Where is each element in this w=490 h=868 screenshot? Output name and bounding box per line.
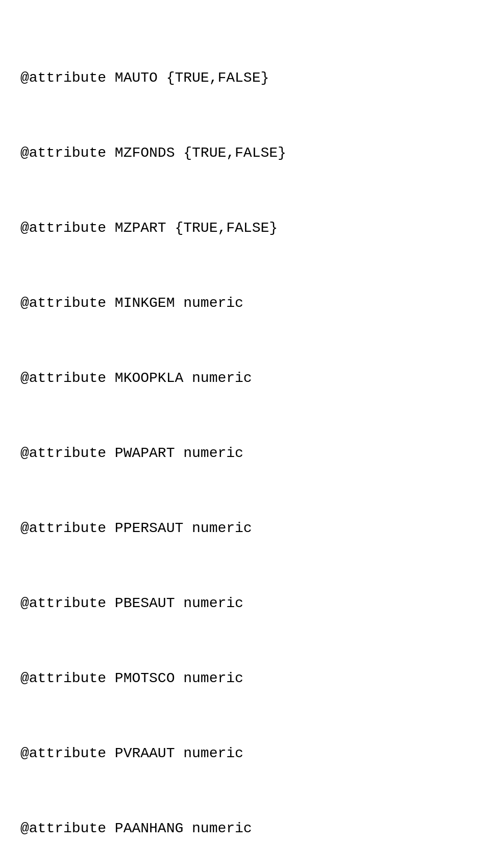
line-6: @attribute PWAPART numeric (20, 441, 470, 466)
line-10: @attribute PVRAAUT numeric (20, 741, 470, 766)
line-7: @attribute PPERSAUT numeric (20, 516, 470, 541)
attribute-list: @attribute MAUTO {TRUE,FALSE} @attribute… (20, 15, 470, 868)
line-2: @attribute MZFONDS {TRUE,FALSE} (20, 140, 470, 165)
line-11: @attribute PAANHANG numeric (20, 816, 470, 841)
line-4: @attribute MINKGEM numeric (20, 291, 470, 316)
line-5: @attribute MKOOPKLA numeric (20, 366, 470, 391)
line-8: @attribute PBESAUT numeric (20, 591, 470, 616)
line-3: @attribute MZPART {TRUE,FALSE} (20, 215, 470, 240)
line-9: @attribute PMOTSCO numeric (20, 666, 470, 691)
line-1: @attribute MAUTO {TRUE,FALSE} (20, 65, 470, 90)
